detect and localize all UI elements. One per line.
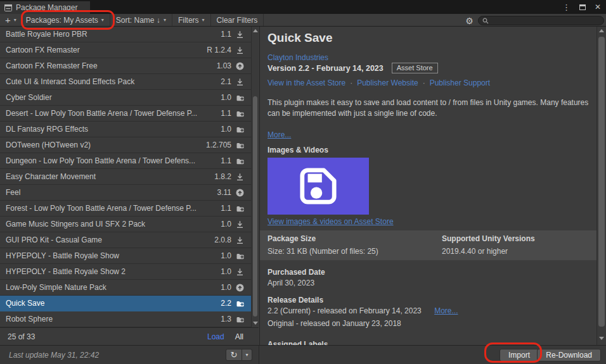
package-name: Cartoon FX Remaster	[6, 46, 202, 54]
search-box[interactable]	[478, 16, 604, 25]
close-icon[interactable]: ✕	[595, 3, 601, 11]
list-item[interactable]: Quick Save2.2	[0, 296, 259, 311]
list-item[interactable]: Battle Royale Hero PBR1.1	[0, 27, 259, 42]
list-item[interactable]: Cyber Soldier1.0	[0, 90, 259, 106]
maximize-icon[interactable]	[579, 4, 586, 10]
plus-icon: +	[5, 15, 11, 25]
package-name: HYPEPOLY - Battle Royale Show 2	[6, 267, 216, 276]
list-scrollbar[interactable]	[251, 27, 259, 327]
package-size-heading: Package Size	[268, 234, 378, 243]
description-more-link[interactable]: More...	[268, 130, 291, 139]
window-menu-icon[interactable]: ⋮	[562, 3, 571, 12]
floppy-disk-icon	[299, 166, 338, 206]
publisher-link[interactable]: Clayton Industries	[268, 53, 328, 62]
imported-icon	[236, 252, 245, 260]
list-item[interactable]: Cartoon FX Remaster Free1.03	[0, 58, 259, 74]
search-icon	[482, 18, 489, 24]
list-item[interactable]: Cartoon FX RemasterR 1.2.4	[0, 42, 259, 58]
scroll-down-icon[interactable]	[599, 337, 604, 340]
package-name: Feel	[6, 188, 212, 197]
detail-link[interactable]: View in the Asset Store	[268, 78, 345, 87]
package-version: 1.0	[221, 267, 231, 276]
packages-filter-label: Packages: My Assets	[26, 16, 98, 25]
scroll-up-icon[interactable]	[253, 29, 258, 32]
list-item[interactable]: HYPEPOLY - Battle Royale Show 21.0	[0, 264, 259, 280]
refresh-dropdown-button[interactable]: ▾	[242, 349, 252, 361]
tab-package-manager[interactable]: Package Manager	[0, 1, 90, 14]
list-item[interactable]: Feel3.11	[0, 185, 259, 201]
package-size-section: Package Size Size: 31 KB (Number of file…	[260, 230, 596, 260]
package-name: Cyber Soldier	[6, 93, 216, 102]
dot-separator: ·	[350, 78, 352, 87]
package-details-panel: Quick Save Clayton Industries Version 2.…	[259, 27, 596, 345]
asset-store-badge: Asset Store	[392, 63, 438, 73]
release-details-heading: Release Details	[268, 296, 323, 304]
load-more-button[interactable]: Load	[207, 332, 224, 341]
package-name: Forest - Low Poly Toon Battle Arena / To…	[6, 204, 216, 213]
gear-icon[interactable]: ⚙	[464, 15, 475, 26]
list-item[interactable]: Cute UI & Interact Sound Effects Pack2.1	[0, 74, 259, 90]
detail-link[interactable]: Publisher Support	[430, 78, 490, 87]
download-icon	[236, 30, 245, 39]
package-image-thumbnail[interactable]	[268, 158, 369, 215]
chevron-down-icon: ▾	[101, 17, 104, 23]
scroll-down-icon[interactable]	[253, 322, 258, 325]
package-list-panel: Battle Royale Hero PBR1.1Cartoon FX Rema…	[0, 27, 259, 345]
imported-icon	[236, 94, 245, 102]
package-list: Battle Royale Hero PBR1.1Cartoon FX Rema…	[0, 27, 259, 327]
purchased-date-heading: Purchased Date	[268, 268, 325, 277]
search-input[interactable]	[491, 17, 600, 25]
package-name: Cute UI & Interact Sound Effects Pack	[6, 77, 216, 86]
list-item[interactable]: GUI PRO Kit - Casual Game2.0.8	[0, 232, 259, 248]
list-item[interactable]: Robot Sphere1.3	[0, 311, 259, 327]
package-version: R 1.2.4	[207, 46, 231, 54]
toolbar: + ▾ Packages: My Assets ▾ Sort: Name ↓ ▾…	[0, 14, 606, 27]
add-package-button[interactable]: + ▾	[0, 14, 20, 26]
release-more-link[interactable]: More...	[434, 306, 458, 315]
package-version: 1.0	[221, 251, 231, 260]
import-button[interactable]: Import	[500, 349, 539, 361]
window-panel-icon	[4, 4, 12, 11]
package-description: This plugin makes it easy to save and lo…	[268, 97, 592, 119]
package-count: 25 of 33	[8, 332, 35, 341]
details-scrollbar[interactable]	[596, 27, 606, 345]
list-item[interactable]: Dungeon - Low Poly Toon Battle Arena / T…	[0, 153, 259, 169]
download-icon	[236, 46, 245, 54]
list-item[interactable]: HYPEPOLY - Battle Royale Show1.0	[0, 248, 259, 264]
package-name: Low-Poly Simple Nature Pack	[6, 283, 216, 292]
package-name: DL Fantasy RPG Effects	[6, 125, 216, 134]
load-all-button[interactable]: All	[235, 332, 243, 341]
detail-link[interactable]: Publisher Website	[357, 78, 418, 87]
chevron-down-icon: ▾	[14, 17, 16, 23]
details-scrollbar-thumb[interactable]	[598, 37, 605, 327]
list-item[interactable]: DL Fantasy RPG Effects1.0	[0, 122, 259, 137]
imported-icon	[236, 125, 245, 134]
package-size-value: Size: 31 KB (Number of files: 25)	[268, 247, 378, 256]
package-name: Battle Royale Hero PBR	[6, 30, 216, 39]
package-name: Quick Save	[6, 299, 216, 308]
scroll-up-icon[interactable]	[599, 29, 604, 32]
sort-dropdown[interactable]: Sort: Name ↓ ▾	[110, 14, 172, 26]
download-icon	[236, 78, 245, 86]
download-icon	[236, 220, 245, 229]
tab-title: Package Manager	[16, 3, 77, 12]
list-item[interactable]: DOTween (HOTween v2)1.2.705	[0, 137, 259, 153]
redownload-button[interactable]: Re-Download	[537, 349, 601, 361]
list-item[interactable]: Low-Poly Simple Nature Pack1.0	[0, 280, 259, 296]
filters-dropdown[interactable]: Filters ▾	[172, 14, 211, 26]
refresh-button[interactable]: ↻	[226, 349, 242, 361]
packages-filter-dropdown[interactable]: Packages: My Assets ▾	[20, 14, 110, 26]
list-scrollbar-thumb[interactable]	[253, 96, 257, 317]
package-title: Quick Save	[268, 31, 332, 45]
download-icon	[236, 268, 245, 276]
package-name: HYPEPOLY - Battle Royale Show	[6, 251, 216, 260]
detail-links: View in the Asset Store·Publisher Websit…	[268, 78, 490, 87]
package-version: 1.1	[221, 204, 231, 213]
list-item[interactable]: Desert - Low Poly Toon Battle Arena / To…	[0, 106, 259, 122]
view-images-link[interactable]: View images & videos on Asset Store	[268, 217, 394, 226]
list-item[interactable]: Game Music Stingers and UI SFX 2 Pack1.0	[0, 217, 259, 232]
release-original-value: Original - released on January 23, 2018	[268, 319, 401, 328]
list-item[interactable]: Easy Character Movement1.8.2	[0, 169, 259, 185]
clear-filters-button[interactable]: Clear Filters	[211, 14, 264, 26]
list-item[interactable]: Forest - Low Poly Toon Battle Arena / To…	[0, 201, 259, 217]
